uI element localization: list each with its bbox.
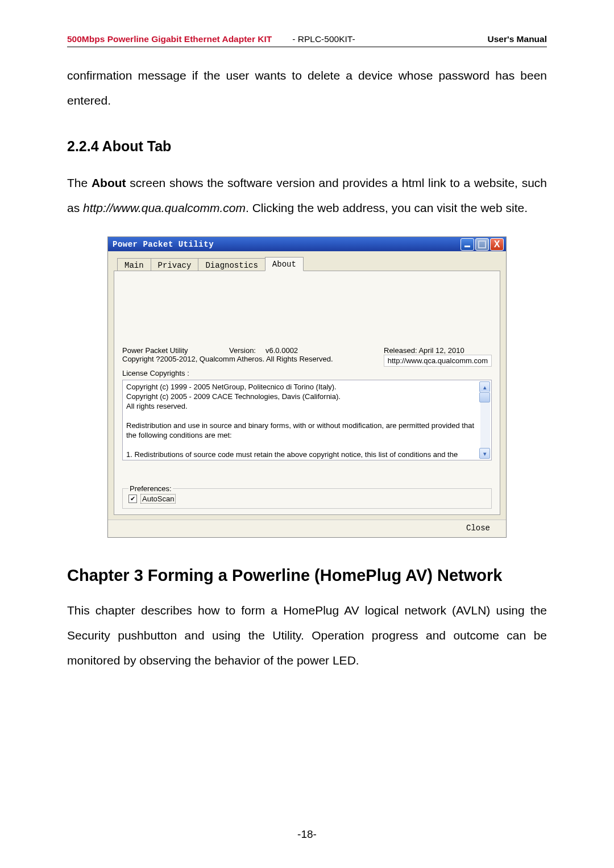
paragraph-about: The About screen shows the software vers… [67,171,547,221]
app-name: Power Packet Utility [122,346,229,355]
maximize-button[interactable] [475,238,489,251]
tab-main[interactable]: Main [117,258,151,272]
close-window-button[interactable]: X [490,238,504,251]
header-mid: - RPLC-500KIT- [292,34,355,44]
preferences-legend: Preferences: [128,484,173,493]
paragraph-chapter-3: This chapter describes how to form a Hom… [67,598,547,673]
tab-panel-about: Power Packet Utility Version: v6.0.0002 … [114,271,500,515]
scroll-up-button[interactable]: ▴ [479,381,490,392]
titlebar[interactable]: Power Packet Utility X [108,237,506,251]
dialog-bottom-bar: Close [108,520,506,537]
header-right: User's Manual [488,34,547,44]
text-url: http://www.qua.qualcomm.com [83,201,246,214]
header-left: 500Mbps Powerline Gigabit Ethernet Adapt… [67,34,272,44]
page-number: -18- [0,828,614,841]
autoscan-checkbox[interactable]: ✔ AutoScan [128,494,487,504]
preferences-group: Preferences: ✔ AutoScan [122,484,492,509]
heading-chapter-3: Chapter 3 Forming a Powerline (HomePlug … [67,560,547,591]
text-bold: About [92,176,126,189]
released: Released: April 12, 2010 [384,346,464,355]
text: . Clicking the web address, you can visi… [246,201,528,214]
website-link[interactable]: http://www.qca.qualcomm.com [384,355,492,367]
license-text-box[interactable]: Copyright (c) 1999 - 2005 NetGroup, Poli… [122,380,492,460]
window-title: Power Packet Utility [113,240,214,249]
autoscan-label: AutoScan [140,494,176,504]
minimize-button[interactable] [460,238,474,251]
close-button[interactable]: Close [466,524,490,533]
license-text: Copyright (c) 1999 - 2005 NetGroup, Poli… [126,383,479,460]
paragraph-continuation: confirmation message if the user wants t… [67,63,547,113]
copyright-main: Copyright ?2005-2012, Qualcomm Atheros. … [122,355,374,363]
tab-about[interactable]: About [265,257,304,271]
tab-bar: Main Privacy Diagnostics About [108,251,506,271]
about-row-1: Power Packet Utility Version: v6.0.0002 … [122,346,492,355]
scroll-down-button[interactable]: ▾ [479,448,490,459]
text: The [67,176,92,189]
license-label: License Copyrights : [122,369,492,377]
app-window: Power Packet Utility X Main Privacy Diag… [107,236,507,538]
checkbox-icon: ✔ [128,495,137,503]
heading-2-2-4: 2.2.4 About Tab [67,138,547,155]
scroll-thumb[interactable] [479,392,490,402]
tab-diagnostics[interactable]: Diagnostics [198,258,265,272]
version-label: Version: [229,346,265,355]
tab-privacy[interactable]: Privacy [151,258,199,272]
version-value: v6.0.0002 [265,346,384,355]
page-header: 500Mbps Powerline Gigabit Ethernet Adapt… [67,34,547,47]
